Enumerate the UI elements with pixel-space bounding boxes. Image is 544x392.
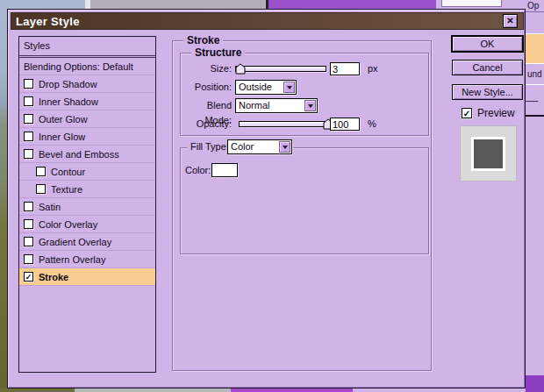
size-row: Size: px [181,61,428,76]
chevron-down-icon[interactable] [283,82,295,93]
ok-button[interactable]: OK [452,36,523,52]
background-gray-bar [75,388,231,392]
blend-mode-value: Normal [239,100,269,110]
position-dropdown[interactable]: Outside [235,80,297,95]
styles-item-label: Drop Shadow [39,79,97,89]
chevron-down-icon[interactable] [279,141,290,153]
checkbox-unchecked-icon[interactable] [24,132,33,141]
palette-divider-dark [526,115,544,117]
styles-item-label: Outer Glow [39,114,88,125]
stroke-group: Stroke Structure Size: px [172,40,432,371]
styles-list-header: Styles [19,37,155,55]
preview-checkbox[interactable]: ✓ [462,108,472,118]
styles-item-inner-glow[interactable]: Inner Glow [19,128,155,146]
background-field-fragment [441,0,502,7]
palette-layer-label: und [527,69,542,79]
screen: Op und Layer Style ✕ Styles Blending Opt… [0,0,544,392]
styles-item-bevel-and-emboss[interactable]: Bevel and Emboss [19,146,155,163]
blend-mode-dropdown[interactable]: Normal [235,98,318,113]
checkbox-checked-icon[interactable]: ✓ [24,272,33,282]
checkbox-unchecked-icon[interactable] [36,167,46,176]
styles-item-gradient-overlay[interactable]: Gradient Overlay [19,233,155,251]
size-slider-thumb[interactable] [235,63,246,75]
checkbox-unchecked-icon[interactable] [24,202,33,211]
checkbox-unchecked-icon[interactable] [24,219,33,229]
dialog-titlebar[interactable]: Layer Style ✕ [11,12,524,30]
styles-item-label: Contour [51,167,85,177]
styles-item-label: Color Overlay [39,219,97,230]
checkbox-unchecked-icon[interactable] [24,96,33,106]
preview-thumbnail [460,125,517,182]
styles-item-pattern-overlay[interactable]: Pattern Overlay [19,251,155,268]
size-input[interactable] [330,62,360,75]
fill-type-dropdown[interactable]: Color [227,139,292,154]
stroke-color-swatch[interactable] [211,163,238,177]
checkbox-unchecked-icon[interactable] [24,114,33,124]
checkbox-unchecked-icon[interactable] [24,237,33,246]
position-row: Position: Outside [181,80,428,95]
stroke-group-label: Stroke [183,34,223,46]
background-top-strip [0,0,544,9]
structure-group-label: Structure [191,46,245,59]
styles-item-color-overlay[interactable]: Color Overlay [19,216,155,233]
styles-item-label: Pattern Overlay [39,254,105,265]
styles-list: Styles Blending Options: DefaultDrop Sha… [18,36,156,373]
checkbox-unchecked-icon[interactable] [24,79,33,89]
opacity-label: Opacity: [181,117,232,132]
checkbox-unchecked-icon[interactable] [36,184,46,194]
opacity-input[interactable] [330,118,360,131]
styles-list-items: Blending Options: DefaultDrop ShadowInne… [19,58,155,286]
background-sky [0,0,85,9]
opacity-row: Opacity: % [181,117,428,132]
styles-item-label: Inner Glow [39,132,85,142]
chevron-down-icon[interactable] [304,100,316,111]
styles-item-blending-options-default[interactable]: Blending Options: Default [19,58,155,75]
position-value: Outside [239,82,272,92]
styles-item-inner-shadow[interactable]: Inner Shadow [19,93,155,110]
background-grass [0,388,75,392]
opacity-unit: % [368,118,376,129]
background-bottom-strip [0,388,544,392]
background-purple-bar [231,388,353,392]
styles-item-outer-glow[interactable]: Outer Glow [19,110,155,128]
opacity-slider[interactable] [239,117,330,132]
size-slider[interactable] [235,61,326,76]
palette-row-divider [526,84,544,85]
styles-item-satin[interactable]: Satin [19,198,155,216]
palette-divider [526,11,544,12]
styles-item-drop-shadow[interactable]: Drop Shadow [19,75,155,93]
size-slider-track[interactable] [235,66,326,72]
size-unit: px [368,63,378,74]
checkbox-unchecked-icon[interactable] [24,254,33,264]
cancel-button[interactable]: Cancel [452,60,523,75]
preview-label: Preview [477,107,515,119]
palette-italic-text-fragment [526,96,541,102]
layer-style-dialog: Layer Style ✕ Styles Blending Options: D… [7,9,526,388]
styles-item-contour[interactable]: Contour [19,163,155,181]
new-style-button[interactable]: New Style... [452,84,523,100]
styles-item-texture[interactable]: Texture [19,181,155,198]
fill-type-label: Fill Type: [187,140,233,153]
fill-type-group: Fill Type: Color Color: [180,147,429,254]
styles-item-label: Stroke [39,272,68,282]
styles-item-label: Gradient Overlay [39,237,111,247]
styles-item-label: Texture [51,184,82,195]
background-photo-strip [0,0,7,392]
styles-item-label: Blending Options: Default [24,61,133,72]
styles-item-label: Satin [39,202,61,212]
palette-row-divider [526,63,544,64]
styles-item-label: Inner Shadow [39,96,98,107]
background-titlebar-strip [268,0,436,9]
styles-item-stroke[interactable]: ✓Stroke [19,268,155,286]
color-label: Color: [185,165,211,175]
structure-group: Structure Size: px Position: [180,53,429,136]
layers-palette-fragment: Op und [526,0,544,392]
close-icon[interactable]: ✕ [503,14,518,28]
background-toolbar-strip [90,0,266,9]
opacity-slider-track[interactable] [239,121,330,127]
fill-type-value: Color [231,141,254,152]
blend-mode-row: Blend Mode: Normal [181,98,428,113]
palette-opacity-label: Op [527,1,539,11]
checkbox-unchecked-icon[interactable] [24,149,33,159]
dialog-title: Layer Style [16,15,80,28]
